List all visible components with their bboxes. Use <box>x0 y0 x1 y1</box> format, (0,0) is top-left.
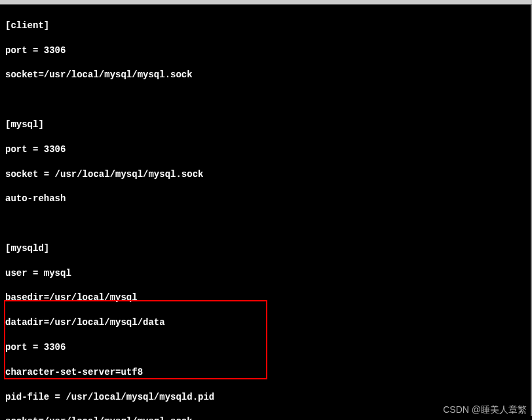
watermark: CSDN @睡美人章繁 <box>443 404 527 416</box>
config-line: port = 3306 <box>5 143 525 156</box>
config-line: basedir=/usr/local/mysql <box>5 292 525 304</box>
config-line: [client] <box>5 20 525 32</box>
terminal-content: [client] port = 3306 socket=/usr/local/m… <box>0 5 532 416</box>
blank-line <box>5 94 525 106</box>
config-line: socket = /usr/local/mysql/mysql.sock <box>5 168 525 181</box>
config-line: auto-rehash <box>5 193 525 205</box>
config-line: [mysqld] <box>5 242 525 255</box>
config-line: datadir=/usr/local/mysql/data <box>5 316 525 329</box>
config-line: [mysql] <box>5 119 525 131</box>
config-line: port = 3306 <box>5 341 525 354</box>
config-line: socket=/usr/local/mysql/mysql.sock <box>5 415 525 420</box>
config-line: pid-file = /usr/local/mysql/mysqld.pid <box>5 391 525 404</box>
config-line: port = 3306 <box>5 45 525 57</box>
config-line: socket=/usr/local/mysql/mysql.sock <box>5 69 525 81</box>
config-line: user = mysql <box>5 267 525 280</box>
blank-line <box>5 218 525 230</box>
config-line: character-set-server=utf8 <box>5 366 525 379</box>
window-top-border <box>0 0 532 5</box>
